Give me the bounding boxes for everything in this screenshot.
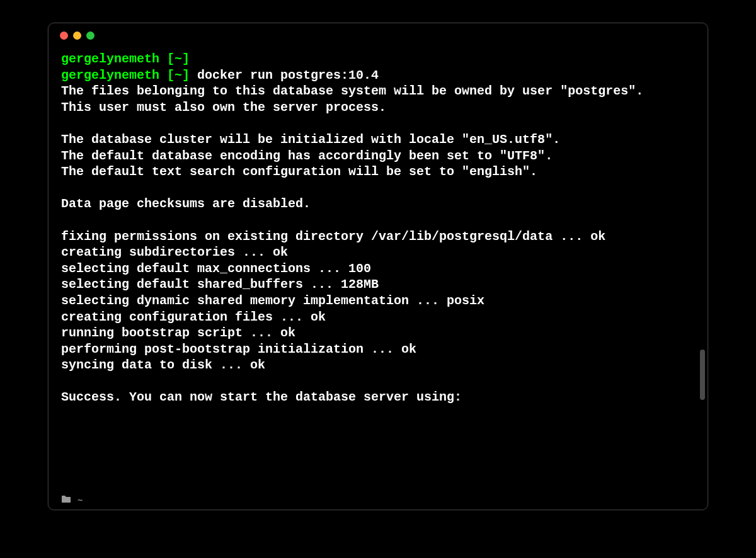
output-line: selecting default max_connections ... 10… bbox=[61, 261, 695, 277]
prompt-line-command: gergelynemeth [~] docker run postgres:10… bbox=[61, 67, 695, 84]
output-line: The default text search configuration wi… bbox=[61, 164, 695, 180]
output-line: The files belonging to this database sys… bbox=[61, 83, 695, 100]
command-text: docker run postgres:10.4 bbox=[190, 68, 379, 83]
folder-icon bbox=[61, 494, 71, 506]
close-button[interactable] bbox=[60, 31, 68, 40]
maximize-button[interactable] bbox=[86, 31, 94, 40]
output-line: This user must also own the server proce… bbox=[61, 100, 695, 116]
prompt-path: [~] bbox=[159, 52, 190, 66]
output-line: performing post-bootstrap initialization… bbox=[61, 341, 695, 358]
terminal-body[interactable]: gergelynemeth [~] gergelynemeth [~] dock… bbox=[49, 47, 707, 491]
status-bar: ~ bbox=[49, 491, 707, 510]
output-line: syncing data to disk ... ok bbox=[61, 357, 695, 373]
output-line bbox=[61, 212, 695, 229]
status-path: ~ bbox=[77, 495, 83, 505]
output-line: creating subdirectories ... ok bbox=[61, 244, 695, 261]
output-line bbox=[61, 373, 695, 390]
prompt-user: gergelynemeth bbox=[61, 68, 159, 83]
output-line: creating configuration files ... ok bbox=[61, 309, 695, 326]
output-line bbox=[61, 115, 695, 132]
output-line: fixing permissions on existing directory… bbox=[61, 229, 695, 245]
output-line: Data page checksums are disabled. bbox=[61, 196, 695, 212]
terminal-window: gergelynemeth [~] gergelynemeth [~] dock… bbox=[48, 23, 708, 510]
output-line bbox=[61, 180, 695, 196]
output-line: The default database encoding has accord… bbox=[61, 148, 695, 164]
prompt-path: [~] bbox=[159, 68, 190, 83]
output-line: selecting dynamic shared memory implemen… bbox=[61, 293, 695, 309]
window-titlebar bbox=[49, 23, 707, 47]
output-line: selecting default shared_buffers ... 128… bbox=[61, 276, 695, 293]
prompt-user: gergelynemeth bbox=[61, 52, 159, 66]
output-container: The files belonging to this database sys… bbox=[61, 83, 695, 421]
minimize-button[interactable] bbox=[73, 31, 81, 40]
scrollbar-thumb[interactable] bbox=[700, 350, 705, 400]
prompt-line-idle: gergelynemeth [~] bbox=[61, 51, 695, 67]
output-line bbox=[61, 406, 695, 422]
output-line: The database cluster will be initialized… bbox=[61, 132, 695, 148]
output-line: Success. You can now start the database … bbox=[61, 389, 695, 406]
output-line: running bootstrap script ... ok bbox=[61, 325, 695, 341]
